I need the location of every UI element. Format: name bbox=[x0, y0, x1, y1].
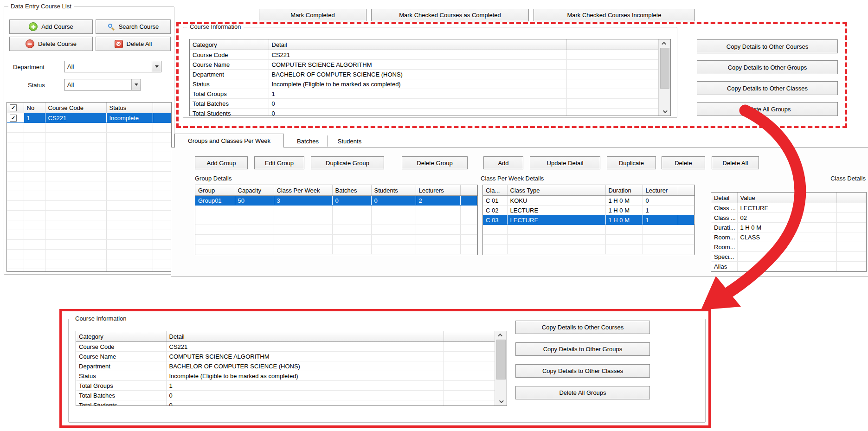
copy-details-other-courses-button[interactable]: Copy Details to Other Courses bbox=[697, 39, 838, 53]
column-header-detail[interactable]: Detail bbox=[711, 193, 737, 203]
delete-all-classes-button[interactable]: Delete All bbox=[712, 156, 759, 169]
info-row[interactable]: Total Students0 bbox=[76, 400, 495, 406]
status-select[interactable]: All bbox=[64, 79, 141, 90]
column-header-empty[interactable] bbox=[836, 193, 866, 203]
info-row[interactable]: Total Groups1 bbox=[190, 89, 659, 99]
column-header-empty[interactable] bbox=[460, 185, 477, 196]
group-row-group01[interactable]: Group01503 002 bbox=[195, 196, 477, 206]
info-row[interactable]: Course CodeCS221 bbox=[76, 342, 495, 352]
scroll-down-button[interactable] bbox=[495, 398, 506, 405]
column-header-empty[interactable] bbox=[444, 331, 495, 342]
mark-checked-incomplete-button[interactable]: Mark Checked Courses Incomplete bbox=[534, 9, 695, 21]
info-row[interactable]: Course NameCOMPUTER SCIENCE ALGORITHM bbox=[76, 352, 495, 361]
class-detail-row[interactable]: Lectu...ABDUL FATTAH B AB RA... bbox=[711, 271, 866, 272]
chevron-down-icon[interactable] bbox=[152, 61, 161, 72]
column-header-duration[interactable]: Duration bbox=[605, 185, 643, 196]
column-header-lecturer[interactable]: Lecturer bbox=[643, 185, 678, 196]
vertical-scrollbar[interactable] bbox=[658, 39, 670, 116]
add-class-button[interactable]: Add bbox=[483, 156, 523, 169]
class-detail-row[interactable]: Speci... bbox=[711, 252, 866, 262]
empty-row bbox=[483, 225, 694, 235]
select-all-checkbox[interactable] bbox=[10, 104, 17, 111]
info-row[interactable]: Total Groups1 bbox=[76, 381, 495, 391]
delete-all-button[interactable]: Delete All bbox=[96, 37, 171, 51]
copy-details-other-groups-button-callout[interactable]: Copy Details to Other Groups bbox=[515, 342, 650, 356]
column-header-value[interactable]: Value bbox=[737, 193, 836, 203]
add-group-button[interactable]: Add Group bbox=[195, 156, 248, 169]
update-detail-button[interactable]: Update Detail bbox=[530, 156, 600, 169]
scrollbar-thumb[interactable] bbox=[660, 48, 669, 89]
info-row[interactable]: DepartmentBACHELOR OF COMPUTER SCIENCE (… bbox=[76, 361, 495, 371]
column-header-group[interactable]: Group bbox=[195, 185, 235, 196]
column-header-empty[interactable] bbox=[678, 185, 694, 196]
info-row[interactable]: DepartmentBACHELOR OF COMPUTER SCIENCE (… bbox=[190, 70, 659, 79]
info-row[interactable]: Total Batches0 bbox=[76, 391, 495, 400]
select-all-header[interactable] bbox=[7, 103, 24, 113]
info-row[interactable]: StatusIncomplete (Eligible to be marked … bbox=[76, 371, 495, 381]
tab-groups-and-classes[interactable]: Groups and Classes Per Week bbox=[174, 134, 284, 148]
copy-details-other-courses-button-callout[interactable]: Copy Details to Other Courses bbox=[515, 321, 650, 334]
column-header-detail[interactable]: Detail bbox=[269, 39, 566, 50]
search-course-button[interactable]: Search Course bbox=[96, 19, 171, 34]
delete-course-button[interactable]: Delete Course bbox=[9, 37, 93, 51]
add-course-button[interactable]: Add Course bbox=[9, 19, 93, 34]
column-header-students[interactable]: Students bbox=[371, 185, 416, 196]
delete-all-groups-button[interactable]: Delete All Groups bbox=[697, 102, 838, 116]
tab-students[interactable]: Students bbox=[329, 135, 370, 147]
class-detail-row[interactable]: Class ...02 bbox=[711, 213, 866, 223]
column-header-class-type[interactable]: Class Type bbox=[507, 185, 605, 196]
column-header-class-per-week[interactable]: Class Per Week bbox=[274, 185, 332, 196]
class-row-c03[interactable]: C 03LECTURE1 H 0 M1 bbox=[483, 215, 694, 225]
class-row-c01[interactable]: C 01KOKU1 H 0 M0 bbox=[483, 196, 694, 206]
tab-batches[interactable]: Batches bbox=[289, 135, 328, 147]
course-info-header-row: Category Detail bbox=[76, 331, 495, 342]
scroll-up-button[interactable] bbox=[659, 39, 670, 47]
column-header-category[interactable]: Category bbox=[76, 331, 166, 342]
column-header-no[interactable]: No bbox=[24, 103, 45, 113]
class-details-table: Detail Value Class ...LECTURE Class ...0… bbox=[711, 192, 867, 272]
course-info-header-row: Category Detail bbox=[190, 39, 659, 50]
column-header-batches[interactable]: Batches bbox=[332, 185, 371, 196]
class-detail-row[interactable]: Class ...LECTURE bbox=[711, 203, 866, 213]
class-detail-row[interactable]: Durati...1 H 0 M bbox=[711, 223, 866, 232]
delete-all-groups-button-callout[interactable]: Delete All Groups bbox=[515, 386, 650, 399]
mark-checked-completed-button[interactable]: Mark Checked Courses as Completed bbox=[371, 9, 529, 21]
duplicate-class-button[interactable]: Duplicate bbox=[607, 156, 656, 169]
column-header-course-code[interactable]: Course Code bbox=[45, 103, 106, 113]
copy-details-other-classes-button-callout[interactable]: Copy Details to Other Classes bbox=[515, 364, 650, 378]
delete-class-button[interactable]: Delete bbox=[662, 156, 705, 169]
info-row[interactable]: Total Students0 bbox=[190, 109, 659, 116]
add-course-label: Add Course bbox=[41, 23, 73, 30]
chevron-down-icon[interactable] bbox=[131, 79, 141, 90]
duplicate-group-button[interactable]: Duplicate Group bbox=[311, 156, 384, 169]
scroll-up-button[interactable] bbox=[495, 331, 506, 339]
column-header-empty[interactable] bbox=[153, 103, 171, 113]
row-checkbox-cell[interactable] bbox=[7, 113, 24, 123]
column-header-empty[interactable] bbox=[566, 39, 659, 50]
row-checkbox[interactable] bbox=[10, 115, 17, 122]
column-header-lecturers[interactable]: Lecturers bbox=[416, 185, 460, 196]
scroll-down-button[interactable] bbox=[659, 108, 670, 116]
edit-group-button[interactable]: Edit Group bbox=[254, 156, 304, 169]
info-row[interactable]: StatusIncomplete (Eligible to be marked … bbox=[190, 79, 659, 89]
copy-details-other-groups-button[interactable]: Copy Details to Other Groups bbox=[697, 60, 838, 74]
column-header-class[interactable]: Cla... bbox=[483, 185, 507, 196]
copy-details-other-classes-button[interactable]: Copy Details to Other Classes bbox=[697, 81, 838, 95]
column-header-category[interactable]: Category bbox=[190, 39, 269, 50]
delete-group-button[interactable]: Delete Group bbox=[402, 156, 468, 169]
info-row[interactable]: Total Batches0 bbox=[190, 99, 659, 109]
class-detail-row[interactable]: Room... bbox=[711, 242, 866, 252]
column-header-status[interactable]: Status bbox=[106, 103, 153, 113]
column-header-detail[interactable]: Detail bbox=[166, 331, 444, 342]
class-detail-row[interactable]: Room...CLASS bbox=[711, 232, 866, 242]
course-row-cs221[interactable]: 1 CS221 Incomplete bbox=[7, 113, 171, 123]
info-row[interactable]: Course NameCOMPUTER SCIENCE ALGORITHM bbox=[190, 60, 659, 70]
info-row[interactable]: Course CodeCS221 bbox=[190, 50, 659, 60]
class-detail-row[interactable]: Alias bbox=[711, 262, 866, 271]
scrollbar-thumb[interactable] bbox=[496, 340, 506, 380]
vertical-scrollbar[interactable] bbox=[495, 331, 507, 405]
class-row-c02[interactable]: C 02LECTURE1 H 0 M1 bbox=[483, 206, 694, 215]
column-header-capacity[interactable]: Capacity bbox=[235, 185, 274, 196]
mark-completed-button[interactable]: Mark Completed bbox=[259, 9, 366, 21]
department-select[interactable]: All bbox=[64, 61, 161, 72]
